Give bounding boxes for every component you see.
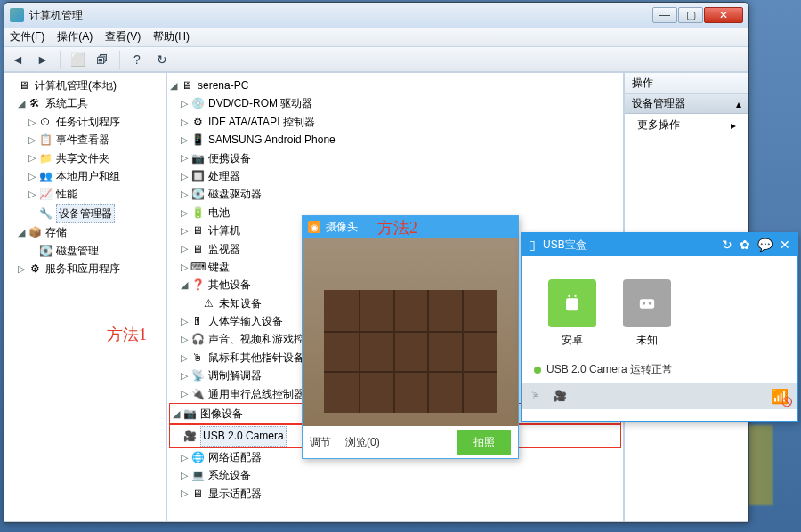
expander-icon[interactable]: ▷ [180, 240, 189, 257]
expander-icon[interactable]: ▷ [17, 261, 26, 278]
device-item[interactable]: 人体学输入设备 [208, 312, 283, 330]
device-item[interactable]: 鼠标和其他指针设备 [208, 349, 304, 367]
device-android[interactable]: 安卓 [548, 279, 596, 348]
device-item[interactable]: 调制解调器 [208, 367, 262, 384]
device-icon: 🖥 [190, 223, 205, 238]
expander-icon[interactable]: ▷ [180, 95, 189, 112]
device-item[interactable]: 键盘 [208, 258, 230, 276]
actions-selected[interactable]: 设备管理器▴ [625, 94, 748, 114]
expander-icon[interactable]: ▷ [180, 467, 189, 484]
device-item[interactable]: SAMSUNG Android Phone [208, 131, 336, 149]
device-item[interactable]: 电池 [208, 204, 230, 222]
device-item[interactable]: 处理器 [208, 167, 240, 185]
actions-more[interactable]: 更多操作▸ [625, 114, 748, 136]
device-item[interactable]: 网络适配器 [208, 448, 262, 466]
device-item[interactable]: IDE ATA/ATAPI 控制器 [208, 113, 315, 131]
expander-icon[interactable]: ▷ [180, 485, 189, 502]
expander-icon[interactable]: ▷ [180, 186, 189, 203]
device-item[interactable]: 便携设备 [208, 149, 251, 167]
camera-adjust-link[interactable]: 调节 [310, 435, 331, 450]
titlebar[interactable]: 计算机管理 — ▢ ✕ [4, 3, 748, 28]
device-item[interactable]: 显示适配器 [208, 485, 262, 503]
expander-icon[interactable]: ▷ [180, 367, 189, 384]
menu-action[interactable]: 操作(A) [57, 29, 93, 44]
expander-icon[interactable]: ▷ [28, 114, 36, 131]
tool-icon: 📁 [38, 151, 53, 165]
wifi-disabled-icon[interactable]: 📶 [771, 388, 789, 405]
expander-icon[interactable]: ◢ [17, 95, 26, 112]
device-imaging[interactable]: 图像设备 [200, 405, 243, 423]
usb-box-window[interactable]: ▯ USB宝盒 ↻ ✿ 💬 ✕ 安卓 未知 USB 2.0 Camera 运转正… [521, 232, 798, 422]
expander-icon[interactable]: ▷ [180, 259, 189, 276]
expander-icon[interactable]: ▷ [180, 350, 189, 367]
minimize-button[interactable]: — [652, 7, 677, 23]
expander-icon[interactable]: ▷ [28, 132, 36, 149]
expander-icon[interactable]: ▷ [180, 222, 189, 239]
menu-view[interactable]: 查看(V) [105, 29, 141, 44]
device-item[interactable]: 监视器 [208, 240, 240, 258]
expander-icon[interactable]: ◢ [180, 277, 189, 294]
camera-snap-button[interactable]: 拍照 [457, 430, 511, 455]
tree-systools[interactable]: 系统工具 [45, 94, 88, 112]
close-button[interactable]: ✕ [704, 7, 743, 23]
expander-icon[interactable]: ▷ [180, 168, 189, 185]
expander-icon[interactable]: ▷ [180, 132, 189, 149]
expander-icon[interactable]: ◢ [169, 77, 178, 94]
expander-icon[interactable]: ▷ [180, 205, 189, 222]
device-root[interactable]: serena-PC [198, 77, 248, 94]
camera-window[interactable]: ◉ 摄像头 调节 浏览(0) 拍照 [302, 215, 519, 459]
device-unknown[interactable]: 未知设备 [219, 294, 262, 312]
device-item[interactable]: 系统设备 [208, 466, 251, 484]
tree-services[interactable]: 服务和应用程序 [45, 260, 120, 278]
expander-icon[interactable]: ◢ [17, 224, 26, 241]
tree-item[interactable]: 事件查看器 [56, 131, 109, 149]
tree-item[interactable]: 任务计划程序 [56, 113, 120, 131]
device-usb-camera[interactable]: USB 2.0 Camera [200, 426, 287, 446]
expander-icon[interactable]: ◢ [172, 406, 181, 423]
fwd-button[interactable]: ► [33, 51, 53, 69]
tree-storage[interactable]: 存储 [45, 223, 67, 241]
up-button[interactable]: ⬜ [68, 51, 87, 69]
device-item[interactable]: 通用串行总线控制器 [208, 385, 304, 403]
window-title: 计算机管理 [29, 8, 652, 23]
tree-item[interactable]: 性能 [56, 185, 77, 203]
expander-icon[interactable]: ▷ [180, 313, 189, 330]
expander-icon[interactable]: ▷ [180, 114, 189, 131]
tree-item[interactable]: 本地用户和组 [56, 167, 120, 185]
maximize-button[interactable]: ▢ [678, 7, 703, 23]
close-icon[interactable]: ✕ [780, 238, 790, 252]
camera-browse-link[interactable]: 浏览(0) [345, 435, 380, 450]
props-button[interactable]: 🗊 [93, 51, 112, 69]
device-unknown[interactable]: 未知 [623, 279, 671, 348]
expander-icon[interactable]: ▷ [28, 168, 36, 185]
video-icon[interactable]: 🎥 [554, 390, 567, 402]
expander-icon[interactable]: ▷ [180, 149, 189, 166]
tree-item[interactable]: 设备管理器 [56, 204, 115, 223]
tree-root[interactable]: 计算机管理(本地) [35, 77, 117, 94]
menu-file[interactable]: 文件(F) [10, 29, 44, 44]
tree-diskmgmt[interactable]: 磁盘管理 [56, 242, 99, 260]
device-icon: 🖥 [190, 242, 205, 256]
mouse-icon[interactable]: 🖱 [530, 390, 541, 402]
back-button[interactable]: ◄ [8, 51, 28, 69]
expander-icon[interactable]: ▷ [28, 149, 36, 166]
app-icon [10, 8, 24, 22]
expander-icon[interactable]: ▷ [180, 449, 189, 466]
tree-item[interactable]: 共享文件夹 [56, 149, 109, 167]
expander-icon[interactable]: ▷ [180, 331, 189, 348]
collapse-icon[interactable]: ▴ [736, 98, 741, 110]
help-button[interactable]: ? [127, 51, 147, 69]
device-other[interactable]: 其他设备 [208, 276, 251, 294]
device-item[interactable]: 计算机 [208, 222, 240, 239]
device-item[interactable]: DVD/CD-ROM 驱动器 [208, 94, 312, 112]
expander-icon[interactable]: ▷ [180, 385, 189, 402]
refresh-button[interactable]: ↻ [152, 51, 172, 69]
usb-titlebar[interactable]: ▯ USB宝盒 ↻ ✿ 💬 ✕ [522, 233, 797, 256]
expander-icon[interactable]: ▷ [28, 186, 36, 203]
gear-icon[interactable]: ✿ [740, 238, 750, 252]
chat-icon[interactable]: 💬 [757, 238, 773, 252]
device-item[interactable]: 磁盘驱动器 [208, 185, 262, 203]
tool-icon: 📋 [38, 133, 53, 147]
menu-help[interactable]: 帮助(H) [153, 29, 190, 44]
refresh-icon[interactable]: ↻ [722, 238, 732, 252]
